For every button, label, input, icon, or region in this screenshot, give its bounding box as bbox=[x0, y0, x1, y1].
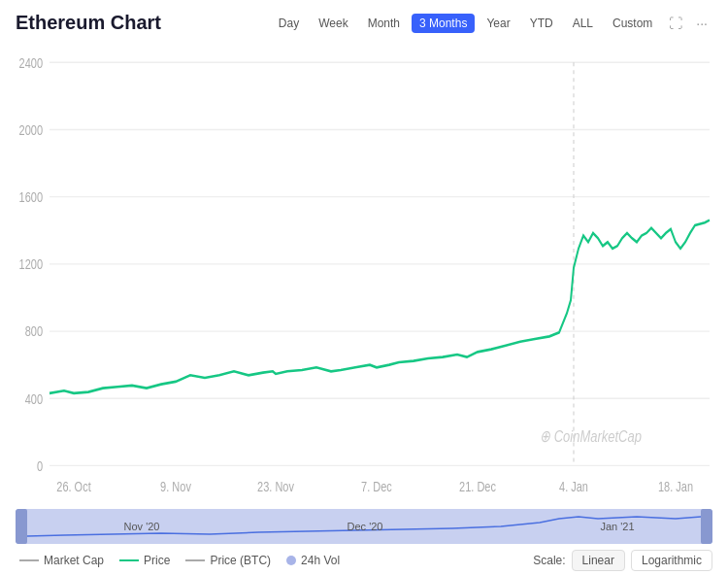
time-filter-ytd[interactable]: YTD bbox=[522, 14, 561, 33]
price-line-legend bbox=[119, 559, 139, 561]
page-title: Ethereum Chart bbox=[16, 12, 161, 34]
svg-rect-23 bbox=[16, 509, 27, 544]
svg-text:0: 0 bbox=[37, 457, 43, 474]
watermark: ⊕ CoinMarketCap bbox=[540, 427, 642, 446]
svg-text:800: 800 bbox=[25, 323, 43, 340]
legend-price: Price bbox=[119, 554, 170, 567]
legend-vol-label: 24h Vol bbox=[301, 554, 340, 567]
time-filter-week[interactable]: Week bbox=[311, 14, 355, 33]
legend-market-cap: Market Cap bbox=[19, 554, 104, 567]
scale-label: Scale: bbox=[533, 554, 565, 567]
navigator-bar[interactable]: Nov '20 Dec '20 Jan '21 bbox=[16, 509, 712, 544]
svg-text:18. Jan: 18. Jan bbox=[658, 478, 693, 494]
time-filter-3-months[interactable]: 3 Months bbox=[412, 14, 475, 33]
svg-text:Nov '20: Nov '20 bbox=[124, 521, 160, 532]
svg-text:Dec '20: Dec '20 bbox=[347, 521, 383, 532]
chart-area: 2400 2000 1600 1200 800 400 0 26. Oct 9.… bbox=[16, 42, 712, 575]
chart-svg-container: 2400 2000 1600 1200 800 400 0 26. Oct 9.… bbox=[16, 42, 712, 507]
legend-row: Market Cap Price Price (BTC) 24h Vol Sca… bbox=[16, 544, 712, 575]
price-btc-line bbox=[185, 559, 205, 561]
time-filter-year[interactable]: Year bbox=[479, 14, 517, 33]
svg-text:23. Nov: 23. Nov bbox=[257, 478, 294, 494]
main-chart-svg: 2400 2000 1600 1200 800 400 0 26. Oct 9.… bbox=[16, 42, 712, 507]
vol-dot bbox=[286, 556, 296, 565]
page-container: Ethereum Chart DayWeekMonth3 MonthsYearY… bbox=[0, 0, 728, 575]
svg-text:2000: 2000 bbox=[19, 121, 43, 138]
navigator-svg: Nov '20 Dec '20 Jan '21 bbox=[16, 509, 712, 544]
scale-linear-button[interactable]: Linear bbox=[572, 550, 625, 571]
time-filter-month[interactable]: Month bbox=[360, 14, 408, 33]
scale-section: Scale: Linear Logarithmic bbox=[533, 550, 712, 571]
time-filter-day[interactable]: Day bbox=[271, 14, 307, 33]
svg-text:2400: 2400 bbox=[19, 54, 43, 71]
more-icon[interactable]: ··· bbox=[691, 14, 712, 33]
header-row: Ethereum Chart DayWeekMonth3 MonthsYearY… bbox=[16, 12, 712, 34]
svg-text:400: 400 bbox=[25, 390, 43, 407]
time-filters: DayWeekMonth3 MonthsYearYTDALLCustom⛶··· bbox=[271, 14, 712, 33]
time-filter-all[interactable]: ALL bbox=[565, 14, 601, 33]
expand-icon[interactable]: ⛶ bbox=[664, 14, 687, 33]
time-filter-custom[interactable]: Custom bbox=[605, 14, 660, 33]
svg-text:1200: 1200 bbox=[19, 256, 43, 273]
svg-text:26. Oct: 26. Oct bbox=[56, 478, 91, 494]
scale-logarithmic-button[interactable]: Logarithmic bbox=[631, 550, 712, 571]
market-cap-line bbox=[19, 559, 39, 561]
svg-text:4. Jan: 4. Jan bbox=[559, 478, 588, 494]
svg-text:Jan '21: Jan '21 bbox=[600, 521, 634, 532]
legend-market-cap-label: Market Cap bbox=[44, 554, 104, 567]
svg-text:7. Dec: 7. Dec bbox=[361, 478, 392, 494]
svg-text:1600: 1600 bbox=[19, 188, 43, 205]
svg-rect-24 bbox=[701, 509, 712, 544]
legend-price-btc: Price (BTC) bbox=[185, 554, 271, 567]
legend-price-label: Price bbox=[144, 554, 170, 567]
legend-price-btc-label: Price (BTC) bbox=[210, 554, 271, 567]
svg-text:9. Nov: 9. Nov bbox=[160, 478, 191, 494]
svg-text:21. Dec: 21. Dec bbox=[459, 478, 496, 494]
legend-vol: 24h Vol bbox=[286, 554, 340, 567]
